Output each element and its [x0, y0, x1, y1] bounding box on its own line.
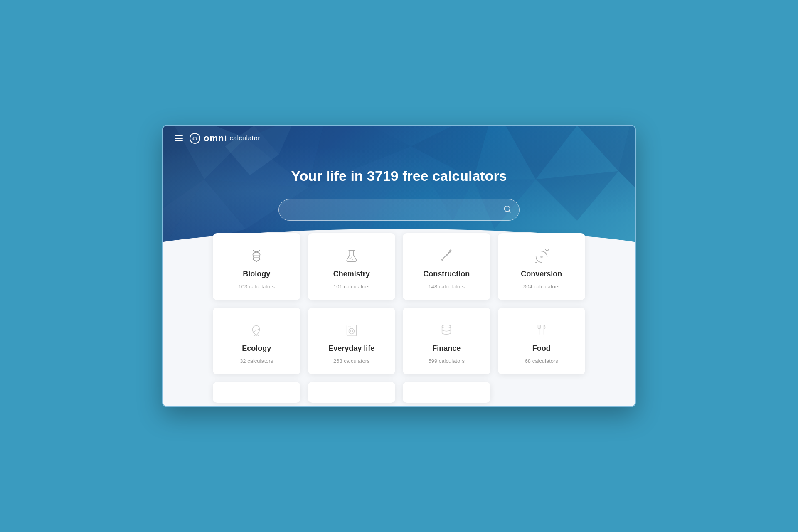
search-container: [171, 199, 627, 221]
hero-content: Your life in 3719 free calculators: [163, 151, 635, 233]
svg-line-19: [509, 210, 511, 212]
logo-calculator-text: calculator: [230, 135, 260, 142]
biology-count: 103 calculators: [239, 283, 275, 290]
finance-count: 599 calculators: [429, 358, 465, 364]
svg-point-26: [351, 257, 352, 258]
category-card-everyday[interactable]: Everyday life 263 calculators: [308, 308, 396, 374]
biology-name: Biology: [243, 270, 270, 278]
chemistry-name: Chemistry: [333, 270, 370, 278]
hero-title: Your life in 3719 free calculators: [171, 168, 627, 184]
navbar: ω omni calculator: [163, 126, 635, 151]
category-grid-row1: Biology 103 calculators Chemistry 10: [171, 233, 627, 300]
construction-count: 148 calculators: [429, 283, 465, 290]
ecology-count: 32 calculators: [240, 358, 273, 364]
chemistry-count: 101 calculators: [333, 283, 369, 290]
category-card-conversion[interactable]: Conversion 304 calculators: [498, 233, 586, 300]
ecology-name: Ecology: [242, 344, 271, 353]
category-grid-row3: [171, 382, 627, 403]
svg-rect-28: [347, 325, 356, 336]
food-name: Food: [532, 344, 551, 353]
conversion-icon: [532, 246, 551, 265]
chemistry-icon: [342, 246, 361, 265]
svg-point-25: [352, 259, 353, 260]
finance-icon: [437, 320, 456, 339]
svg-point-33: [442, 325, 451, 328]
construction-name: Construction: [423, 270, 470, 278]
finance-name: Finance: [432, 344, 461, 353]
search-button[interactable]: [503, 205, 512, 215]
category-card-construction[interactable]: Construction 148 calculators: [403, 233, 490, 300]
everyday-name: Everyday life: [328, 344, 374, 353]
empty-slot: [498, 382, 586, 403]
svg-point-27: [540, 256, 543, 258]
category-card-chemistry[interactable]: Chemistry 101 calculators: [308, 233, 396, 300]
food-icon: [532, 320, 551, 339]
svg-point-24: [350, 258, 351, 259]
food-count: 68 calculators: [525, 358, 558, 364]
search-input[interactable]: [286, 207, 499, 214]
logo-omni-text: omni: [204, 133, 227, 144]
logo[interactable]: ω omni calculator: [190, 133, 260, 144]
ecology-icon: [247, 320, 266, 339]
construction-icon: [437, 246, 456, 265]
svg-point-30: [350, 330, 353, 332]
cards-section: Biology 103 calculators Chemistry 10: [163, 258, 635, 407]
everyday-icon: [342, 320, 361, 339]
conversion-name: Conversion: [521, 270, 562, 278]
category-card-food[interactable]: Food 68 calculators: [498, 308, 586, 374]
category-grid-row2: Ecology 32 calculators Everyday life: [171, 308, 627, 374]
svg-point-29: [349, 328, 354, 334]
hamburger-menu[interactable]: [175, 135, 183, 141]
category-card-finance[interactable]: Finance 599 calculators: [403, 308, 490, 374]
conversion-count: 304 calculators: [523, 283, 559, 290]
browser-window: ω omni calculator Your life in 3719 free…: [162, 125, 636, 407]
biology-icon: [247, 246, 266, 265]
category-card-partial-3[interactable]: [403, 382, 490, 403]
logo-omega-symbol: ω: [190, 133, 200, 144]
category-card-ecology[interactable]: Ecology 32 calculators: [213, 308, 300, 374]
category-card-partial-2[interactable]: [308, 382, 396, 403]
category-card-partial-1[interactable]: [213, 382, 300, 403]
everyday-count: 263 calculators: [333, 358, 369, 364]
search-bar: [278, 199, 520, 221]
category-card-biology[interactable]: Biology 103 calculators: [213, 233, 300, 300]
